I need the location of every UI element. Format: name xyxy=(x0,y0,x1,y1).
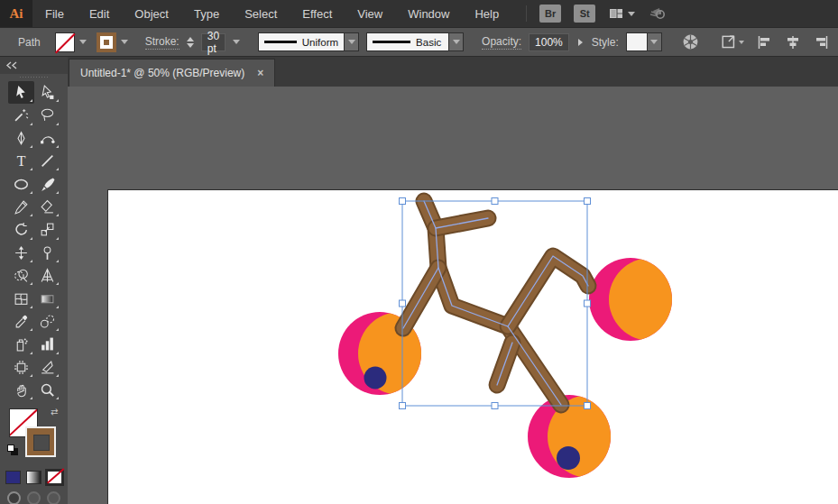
selection-handle[interactable] xyxy=(492,198,498,205)
curvature-tool-icon xyxy=(40,131,55,146)
selection-handle[interactable] xyxy=(400,300,406,307)
swap-fill-stroke-icon[interactable]: ⇄ xyxy=(51,407,58,417)
menu-effect[interactable]: Effect xyxy=(290,0,345,27)
canvas-pasteboard[interactable] xyxy=(68,87,838,504)
selection-handle[interactable] xyxy=(400,403,406,409)
brush-dropdown[interactable]: Basic xyxy=(366,32,464,51)
none-button[interactable] xyxy=(47,471,62,484)
stroke-weight-chevron[interactable] xyxy=(233,32,240,52)
stock-button[interactable]: St xyxy=(574,5,595,23)
fill-none-swatch[interactable] xyxy=(55,32,75,52)
menu-select[interactable]: Select xyxy=(232,0,290,27)
tool-puppet-warp[interactable] xyxy=(34,242,60,264)
menu-help[interactable]: Help xyxy=(462,0,511,27)
menu-edit[interactable]: Edit xyxy=(77,0,122,27)
transform-menu-button[interactable] xyxy=(719,34,746,50)
cherry-0[interactable] xyxy=(338,312,441,395)
tool-zoom[interactable] xyxy=(34,379,60,401)
tool-artboard[interactable] xyxy=(8,356,34,379)
tool-symbol-sprayer[interactable] xyxy=(8,333,34,355)
horizontal-align-left-button[interactable] xyxy=(755,34,775,50)
tool-rotate[interactable] xyxy=(8,218,34,241)
cherry-body[interactable] xyxy=(609,258,692,341)
brush-chevron[interactable] xyxy=(449,32,464,51)
tool-eyedropper[interactable] xyxy=(8,310,34,333)
color-button[interactable] xyxy=(5,471,21,484)
gradient-tool-icon xyxy=(40,291,55,307)
draw-behind-button[interactable] xyxy=(27,491,41,504)
style-chevron[interactable] xyxy=(648,32,662,51)
close-tab-icon[interactable]: × xyxy=(257,67,263,79)
cherry-dot[interactable] xyxy=(557,446,580,470)
fill-chevron[interactable] xyxy=(77,32,89,52)
tool-pencil[interactable] xyxy=(8,196,34,218)
tool-selection[interactable] xyxy=(8,81,34,104)
panel-collapse-button[interactable] xyxy=(0,57,68,74)
tool-hand[interactable] xyxy=(8,379,34,401)
tool-type[interactable]: T xyxy=(8,150,34,172)
cherry-1[interactable] xyxy=(589,258,692,341)
direct-selection-tool-icon xyxy=(40,85,55,100)
tool-eraser[interactable] xyxy=(34,196,60,218)
stroke-color-swatch[interactable] xyxy=(97,32,116,52)
menu-type[interactable]: Type xyxy=(181,0,232,27)
tool-pen[interactable] xyxy=(8,127,34,150)
draw-inside-button[interactable] xyxy=(47,491,60,504)
tool-direct-selection[interactable] xyxy=(34,81,60,104)
tool-lasso[interactable] xyxy=(34,104,60,126)
tool-blend[interactable] xyxy=(34,310,60,333)
tool-width[interactable] xyxy=(8,242,34,264)
width-profile-chevron[interactable] xyxy=(345,32,359,51)
tool-shape-builder[interactable] xyxy=(8,264,34,287)
tool-perspective-grid[interactable] xyxy=(34,264,60,287)
menu-view[interactable]: View xyxy=(345,0,395,27)
opacity-label[interactable]: Opacity: xyxy=(482,35,521,50)
gradient-button[interactable] xyxy=(26,471,41,484)
draw-normal-button[interactable] xyxy=(7,491,21,504)
menu-file[interactable]: File xyxy=(32,0,77,27)
opacity-input[interactable]: 100% xyxy=(529,33,569,51)
bridge-button[interactable]: Br xyxy=(539,5,561,23)
selection-handle[interactable] xyxy=(585,300,591,307)
cherry-dot[interactable] xyxy=(364,367,387,389)
branch-stroke[interactable] xyxy=(508,256,588,326)
tool-scale[interactable] xyxy=(34,218,60,241)
menu-window[interactable]: Window xyxy=(395,0,462,27)
tool-column-graph[interactable] xyxy=(34,333,60,355)
tool-slice[interactable] xyxy=(34,356,60,379)
stroke-weight-label[interactable]: Stroke: xyxy=(145,35,180,50)
horizontal-align-center-button[interactable] xyxy=(783,34,803,50)
tool-line-segment[interactable] xyxy=(34,150,60,172)
app-logo[interactable]: Ai xyxy=(0,0,32,27)
selection-handle[interactable] xyxy=(492,403,498,409)
selection-handle[interactable] xyxy=(400,198,406,205)
selection-handle[interactable] xyxy=(585,198,591,205)
opacity-expand-arrow[interactable] xyxy=(576,39,585,46)
document-tab[interactable]: Untitled-1* @ 50% (RGB/Preview) × xyxy=(69,59,275,87)
tool-paintbrush[interactable] xyxy=(34,172,60,195)
tool-gradient[interactable] xyxy=(34,287,60,309)
default-fill-stroke-icon[interactable] xyxy=(7,444,18,455)
branch-path[interactable] xyxy=(508,256,588,326)
panel-drag-grip[interactable] xyxy=(0,74,68,81)
stroke-proxy-brown[interactable] xyxy=(25,426,56,457)
tool-magic-wand[interactable] xyxy=(8,104,34,126)
cherry-2[interactable] xyxy=(528,395,631,478)
fill-color-control[interactable] xyxy=(55,32,89,52)
workspace-switcher[interactable] xyxy=(608,6,635,21)
stroke-chevron[interactable] xyxy=(118,32,131,52)
recolor-artwork-button[interactable] xyxy=(680,33,701,50)
menu-object[interactable]: Object xyxy=(122,0,181,27)
tool-mesh[interactable] xyxy=(8,287,34,309)
stroke-color-control[interactable] xyxy=(97,32,131,52)
gpu-performance-icon[interactable] xyxy=(648,5,668,22)
stroke-weight-input[interactable]: 30 pt xyxy=(201,33,226,51)
tool-curvature[interactable] xyxy=(34,127,60,150)
width-profile-dropdown[interactable]: Uniform xyxy=(258,32,359,51)
style-dropdown[interactable] xyxy=(626,32,662,51)
horizontal-align-right-button[interactable] xyxy=(811,34,831,50)
selection-handle[interactable] xyxy=(585,403,591,409)
paintbrush-tool-icon xyxy=(40,177,55,192)
tool-ellipse[interactable] xyxy=(8,172,34,195)
stroke-weight-stepper[interactable] xyxy=(187,37,194,48)
